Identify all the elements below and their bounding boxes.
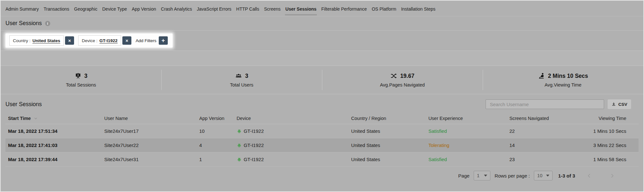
stat-label: Total Users [230, 82, 253, 87]
column-header-start-time[interactable]: Start Time [5, 113, 102, 124]
stat-value: 2 Mins 10 Secs [548, 73, 588, 79]
presentation-screen-icon [75, 73, 81, 79]
rows-per-page-value: 10 [537, 173, 542, 178]
tab-os-platform[interactable]: OS Platform [371, 2, 396, 15]
start-time-cell: Mar 18, 2022 17:51:34 [5, 124, 102, 138]
column-header-country-region[interactable]: Country / Region [349, 113, 426, 124]
person-laptop-icon [538, 72, 545, 79]
column-header-screens-navigated[interactable]: Screens Navigated [507, 113, 577, 124]
column-header-user-experience[interactable]: User Experience [426, 113, 507, 124]
tab-app-version[interactable]: App Version [131, 2, 156, 15]
start-time-cell: Mar 18, 2022 17:41:03 [5, 138, 102, 152]
tab-javascript-errors[interactable]: JavaScript Errors [196, 2, 232, 15]
tab-device-type[interactable]: Device Type [102, 2, 127, 15]
filter-bar: Country : United States Device : GT-I192… [5, 33, 173, 48]
prev-page-button[interactable] [586, 173, 592, 178]
users-group-icon [235, 72, 242, 79]
shuffle-arrows-icon [390, 72, 397, 79]
session-row[interactable]: Mar 18, 2022 17:39:44 Site24x7User31 1 [5, 152, 639, 167]
table-title: User Sessions [5, 101, 42, 108]
column-header-device[interactable]: Device [234, 113, 349, 124]
app-version-cell: 4 [197, 138, 234, 152]
country-region-cell: United States [349, 152, 426, 167]
sessions-table-card: User Sessions CSV [1, 94, 643, 191]
tab-admin-summary[interactable]: Admin Summary [5, 2, 39, 15]
remove-country-filter-button[interactable] [65, 36, 74, 45]
csv-export-button[interactable]: CSV [608, 99, 631, 109]
filter-chip-device-value[interactable]: GT-I1922 [99, 38, 118, 43]
session-row[interactable]: Mar 18, 2022 17:41:03 Site24x7User22 4 [5, 138, 639, 152]
tab-crash-analytics[interactable]: Crash Analytics [161, 2, 192, 15]
stat-label: Total Sessions [66, 82, 96, 87]
next-page-button[interactable] [610, 173, 615, 178]
stat-avg-pages-navigated: 19.67 Avg.Pages Navigated [322, 66, 483, 94]
app-version-cell: 10 [197, 124, 234, 138]
filter-chip-device-label: Device : [82, 38, 98, 43]
user-name-cell: Site24x7User17 [102, 124, 197, 138]
table-head: Start Time User Name App Version Device … [5, 113, 639, 124]
filter-chip-country-value[interactable]: United States [33, 38, 60, 43]
remove-device-filter-button[interactable] [122, 36, 131, 45]
tab-user-sessions[interactable]: User Sessions [285, 2, 317, 15]
search-username-input[interactable] [486, 99, 604, 109]
report-tabs-nav: Admin Summary Transactions Geographic De… [1, 1, 643, 16]
page-label: Page [458, 173, 469, 178]
user-experience-cell: Satisfied [426, 124, 507, 138]
info-icon[interactable] [45, 21, 50, 26]
csv-button-label: CSV [618, 102, 627, 107]
screens-navigated-cell: 23 [507, 152, 577, 167]
chevron-down-icon [34, 116, 38, 120]
stat-value: 3 [245, 73, 248, 79]
dropdown-arrow-icon [546, 175, 549, 177]
android-icon [237, 143, 242, 148]
page-select[interactable]: 1 [474, 171, 490, 180]
app-window: Admin Summary Transactions Geographic De… [0, 0, 644, 192]
filter-section: Country : United States Device : GT-I192… [1, 30, 643, 50]
tab-transactions[interactable]: Transactions [43, 2, 70, 15]
column-header-app-version[interactable]: App Version [197, 113, 234, 124]
page-title: User Sessions [5, 20, 42, 27]
filter-chip-device: Device : GT-I1922 [78, 35, 131, 46]
stat-avg-viewing-time: 2 Mins 10 Secs Avg.Viewing Time [483, 66, 643, 94]
device-name: GT-I1922 [244, 157, 264, 162]
section-divider [1, 50, 643, 66]
tab-http-calls[interactable]: HTTP Calls [236, 2, 260, 15]
tab-installation-steps[interactable]: Installation Steps [401, 2, 436, 15]
filter-chip-country-box: Country : United States [9, 35, 64, 46]
filter-chip-country: Country : United States [9, 35, 74, 46]
column-header-viewing-time[interactable]: Viewing Time [577, 113, 639, 124]
summary-stats: 3 Total Sessions 3 Total Users [1, 66, 643, 94]
country-region-cell: United States [349, 138, 426, 152]
session-row[interactable]: Mar 18, 2022 17:51:34 Site24x7User17 10 [5, 124, 639, 138]
close-icon [125, 38, 128, 43]
column-header-user-name[interactable]: User Name [102, 113, 197, 124]
add-filters-button[interactable] [159, 36, 168, 45]
chevron-left-icon [586, 173, 592, 178]
close-icon [68, 38, 71, 43]
viewing-time-cell: 1 Mins 58 Secs [577, 152, 639, 167]
tab-geographic[interactable]: Geographic [74, 2, 98, 15]
add-filters-label: Add Filters [136, 38, 156, 43]
device-cell: GT-I1922 [234, 152, 349, 167]
tab-filterable-performance[interactable]: Filterable Performance [321, 2, 367, 15]
user-name-cell: Site24x7User22 [102, 138, 197, 152]
stat-label: Avg.Viewing Time [545, 82, 582, 87]
filter-chip-device-box: Device : GT-I1922 [78, 35, 121, 46]
tab-screens[interactable]: Screens [264, 2, 281, 15]
stat-label: Avg.Pages Navigated [380, 82, 425, 87]
user-experience-cell: Tolerating [426, 138, 507, 152]
screens-navigated-cell: 22 [507, 124, 577, 138]
chevron-right-icon [610, 173, 615, 178]
rows-per-page-label: Rows per page : [495, 173, 530, 178]
android-icon [237, 129, 242, 134]
filter-chip-country-label: Country : [13, 38, 31, 43]
pagination-range: 1-3 of 3 [558, 173, 575, 178]
device-cell: GT-I1922 [234, 138, 349, 152]
user-name-cell: Site24x7User31 [102, 152, 197, 167]
page-select-value: 1 [477, 173, 479, 178]
plus-icon [161, 38, 165, 43]
user-experience-cell: Satisfied [426, 152, 507, 167]
stat-value: 19.67 [400, 73, 414, 79]
rows-per-page-select[interactable]: 10 [534, 171, 553, 180]
country-region-cell: United States [349, 124, 426, 138]
